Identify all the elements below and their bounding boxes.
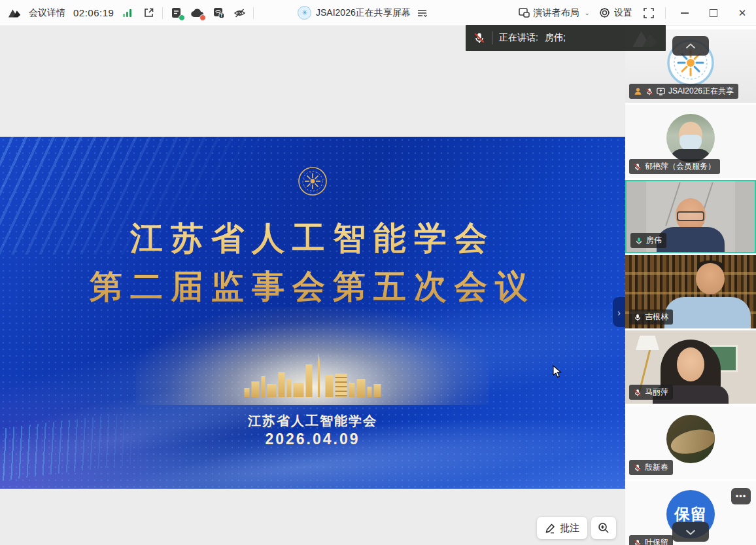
chevron-down-icon	[685, 529, 696, 535]
presentation-slide: 江苏省人工智能学会 第二届监事会第五次会议	[0, 137, 625, 489]
share-float-toolbar: 批注	[537, 517, 616, 539]
participant-tile-jigenlin[interactable]: 吉根林	[625, 255, 756, 328]
participant-name: 马丽萍	[645, 387, 668, 398]
participant-label: JSAI2026正在共享	[629, 84, 738, 99]
photo-avatar	[666, 114, 715, 162]
participant-tile-fangwei[interactable]: 房伟	[625, 180, 756, 253]
sharing-list-icon[interactable]	[415, 6, 430, 20]
society-emblem-icon	[297, 166, 328, 197]
sharer-avatar-badge: ✳	[298, 6, 311, 20]
titlebar-left: 会议详情 02:06:19 T	[0, 6, 254, 20]
participant-label: 叶保留	[629, 535, 673, 545]
sidebar-scroll-down-button[interactable]	[672, 522, 709, 542]
participant-tile-yuyanping[interactable]: 郁艳萍（会员服务）	[625, 105, 756, 178]
meeting-window: 会议详情 02:06:19 T	[0, 0, 756, 545]
mic-muted-icon	[634, 389, 642, 396]
slide-footer-date: 2026.04.09	[0, 431, 625, 448]
shared-screen-stage: 江苏省人工智能学会 第二届监事会第五次会议	[0, 26, 625, 545]
cloud-status-dot	[199, 14, 206, 21]
participant-face	[696, 263, 725, 294]
fullscreen-icon[interactable]	[642, 6, 656, 20]
settings-button[interactable]: 设置	[599, 7, 632, 19]
mic-on-icon	[634, 313, 642, 321]
mic-muted-icon	[634, 464, 642, 472]
sidebar-scroll-up-button[interactable]	[672, 36, 709, 56]
mic-muted-icon	[634, 163, 642, 171]
watermark-logo-icon	[630, 27, 662, 50]
mic-active-icon	[635, 237, 643, 245]
doc-status-dot	[179, 14, 185, 21]
svg-text:T: T	[220, 13, 223, 18]
participant-body	[664, 297, 751, 328]
titlebar-divider	[253, 7, 254, 19]
popout-window-icon[interactable]	[141, 6, 156, 20]
sidebar-collapse-handle[interactable]: ›	[613, 297, 625, 327]
layout-button-label: 演讲者布局	[534, 7, 579, 19]
sharing-status-text: JSAI2026正在共享屏幕	[316, 7, 411, 19]
app-logo-icon	[8, 6, 22, 20]
hide-view-icon[interactable]	[232, 6, 247, 20]
chevron-up-icon	[685, 43, 696, 49]
mic-muted-icon	[645, 88, 653, 96]
maximize-button[interactable]	[708, 7, 719, 19]
sharing-status-group[interactable]: ✳ JSAI2026正在共享屏幕	[298, 6, 430, 20]
participant-label: 房伟	[630, 233, 666, 248]
speaking-prefix: 正在讲话:	[499, 32, 538, 44]
participants-sidebar: JSAI2026正在共享 郁艳萍（会员服务） 房伟	[625, 26, 756, 545]
layout-switch-button[interactable]: 演讲者布局 ⌄	[519, 7, 590, 19]
screen-share-icon	[657, 88, 665, 96]
participant-body	[657, 227, 725, 253]
annotate-button[interactable]: 批注	[537, 517, 587, 539]
participant-name: JSAI2026正在共享	[668, 86, 734, 97]
window-controls: ✕	[679, 7, 748, 19]
settings-button-label: 设置	[614, 7, 632, 19]
slide-title-line2: 第二届监事会第五次会议	[0, 262, 625, 311]
mic-muted-icon	[473, 32, 485, 44]
slide-title-line1: 江苏省人工智能学会	[0, 214, 625, 262]
city-skyline-silhouette	[245, 353, 381, 397]
pencil-icon	[545, 523, 556, 534]
participant-label: 郁艳萍（会员服务）	[629, 159, 720, 174]
titlebar-divider	[665, 7, 666, 19]
participant-label: 殷新春	[629, 460, 673, 475]
participant-name: 叶保留	[645, 537, 668, 545]
participant-name: 郁艳萍（会员服务）	[645, 161, 715, 172]
participant-name: 房伟	[646, 235, 662, 246]
meeting-timer: 02:06:19	[73, 7, 114, 18]
video-edge	[735, 181, 755, 252]
banner-divider	[492, 31, 492, 44]
minimize-button[interactable]	[679, 7, 691, 19]
meeting-details-link[interactable]: 会议详情	[29, 7, 65, 19]
magnifier-plus-icon	[598, 522, 610, 534]
titlebar: 会议详情 02:06:19 T	[0, 0, 756, 26]
participant-label: 吉根林	[629, 309, 673, 325]
cloud-recording-icon[interactable]	[190, 6, 205, 20]
titlebar-divider	[162, 7, 163, 19]
mic-muted-icon	[634, 539, 642, 545]
titlebar-right: 演讲者布局 ⌄ 设置 ✕	[519, 6, 748, 20]
participant-name: 殷新春	[645, 462, 668, 473]
participant-name: 吉根林	[645, 311, 668, 323]
meeting-doc-icon[interactable]	[169, 6, 184, 20]
photo-avatar	[666, 415, 715, 463]
mouse-cursor	[553, 365, 562, 378]
participant-tile-maliping[interactable]: 马丽萍	[625, 330, 756, 404]
chevron-down-icon: ⌄	[585, 9, 590, 16]
participant-tile-yinxinchun[interactable]: 殷新春	[625, 406, 756, 479]
speaking-banner: 正在讲话: 房伟;	[466, 25, 666, 51]
participant-label: 马丽萍	[629, 385, 673, 400]
network-signal-icon[interactable]	[120, 6, 135, 20]
close-button[interactable]: ✕	[736, 7, 748, 19]
participant-face	[677, 347, 704, 381]
speaking-names: 房伟;	[545, 32, 566, 44]
zoom-in-button[interactable]	[591, 517, 616, 539]
slide-footer-org: 江苏省人工智能学会	[0, 412, 625, 430]
host-person-icon	[634, 87, 642, 96]
annotate-label: 批注	[560, 522, 579, 535]
live-transcript-icon[interactable]: T	[211, 6, 226, 20]
participant-more-button[interactable]: •••	[731, 488, 751, 504]
participant-glasses	[677, 211, 704, 221]
slide-title: 江苏省人工智能学会 第二届监事会第五次会议	[0, 214, 625, 311]
